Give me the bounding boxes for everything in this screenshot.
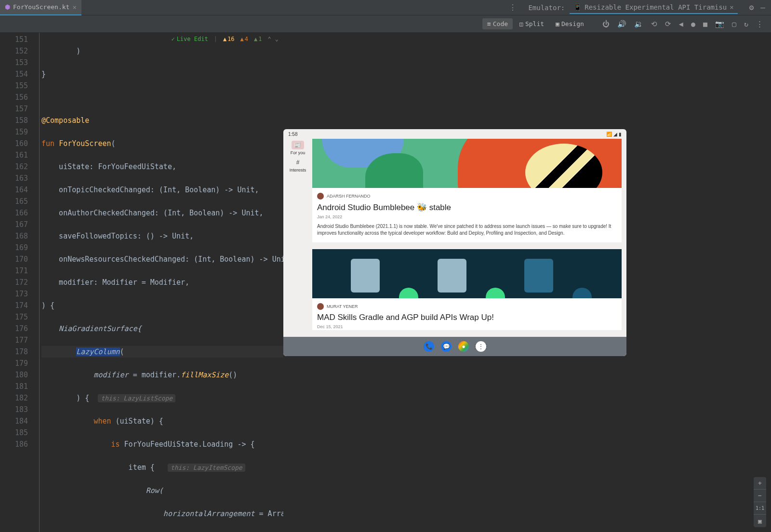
- zoom-controls: + − 1:1 ▣: [754, 477, 766, 527]
- menu-icon[interactable]: ⋮: [503, 3, 522, 12]
- rotate-right-icon[interactable]: ⟳: [665, 20, 671, 28]
- code-content[interactable]: ) } @Composable fun ForYouScreen( uiStat…: [40, 33, 283, 532]
- emulator-header: Emulator: 📱 Resizable Experimental API T…: [522, 0, 743, 15]
- nav-item-interests[interactable]: # Interests: [290, 158, 306, 173]
- warn4-count: 4: [245, 36, 248, 42]
- code-area[interactable]: 1511521531541551561571581591601611621631…: [0, 33, 283, 532]
- more-icon[interactable]: ⋮: [756, 20, 763, 28]
- zoom-ratio-button[interactable]: 1:1: [754, 502, 766, 515]
- card-author: MURAT YENER: [327, 304, 358, 309]
- stop-icon[interactable]: ■: [703, 20, 707, 28]
- warning-orange-badge[interactable]: ▲ 4: [240, 36, 248, 42]
- reload-icon[interactable]: ↻: [744, 20, 748, 28]
- fold-gutter: [33, 33, 40, 532]
- phone-app-icon[interactable]: 📞: [424, 341, 434, 352]
- display-icon[interactable]: ▢: [732, 20, 736, 28]
- card-title: MAD Skills Gradle and AGP build APIs Wra…: [312, 312, 622, 323]
- feed-card[interactable]: MURAT YENER MAD Skills Gradle and AGP bu…: [312, 249, 622, 330]
- minimize-icon[interactable]: —: [760, 3, 765, 12]
- editor-pane: ✓ Live Edit | ▲ 16 ▲ 4 ▲ 1 ⌃ ⌄ 151152153…: [0, 33, 283, 532]
- avatar: [317, 303, 324, 310]
- live-edit-indicator[interactable]: ✓ Live Edit: [171, 36, 208, 42]
- view-mode-tabs: ≡ Code ◫ Split ▣ Design: [0, 15, 595, 32]
- view-tab-split[interactable]: ◫ Split: [515, 18, 549, 29]
- live-edit-label: Live Edit: [177, 36, 208, 42]
- foryou-icon: 📰: [292, 141, 304, 149]
- card-hero-image: [312, 139, 622, 188]
- warning-green-badge[interactable]: ▲ 1: [254, 36, 262, 42]
- zoom-fit-button[interactable]: ▣: [754, 515, 766, 527]
- power-icon[interactable]: ⏻: [602, 20, 610, 28]
- emulator-toolbar: ⏻ 🔊 🔉 ⟲ ⟳ ◀ ● ■ 📷 ▢ ↻ ⋮: [595, 15, 771, 32]
- prev-highlight-icon[interactable]: ⌃: [268, 36, 271, 42]
- gear-icon[interactable]: ⚙: [749, 3, 754, 12]
- line-gutter: 1511521531541551561571581591601611621631…: [0, 33, 33, 532]
- view-tab-code-label: Code: [493, 20, 508, 27]
- device-screen[interactable]: 1:58 📶 ◢ ▮ 📰 For you # Interests: [283, 129, 626, 356]
- messages-app-icon[interactable]: 💬: [441, 341, 452, 352]
- interests-icon: #: [292, 158, 304, 167]
- card-author-row: MURAT YENER: [312, 298, 622, 312]
- back-icon[interactable]: ◀: [679, 20, 683, 28]
- status-time: 1:58: [288, 132, 297, 137]
- zoom-out-button[interactable]: −: [754, 490, 766, 502]
- warn16-count: 16: [227, 36, 234, 42]
- volume-down-icon[interactable]: 🔉: [634, 20, 643, 28]
- warning-yellow-badge[interactable]: ▲ 16: [223, 36, 235, 42]
- warn1-count: 1: [258, 36, 262, 42]
- volume-up-icon[interactable]: 🔊: [617, 20, 626, 28]
- screenshot-icon[interactable]: 📷: [715, 20, 724, 28]
- emulator-device-tab[interactable]: 📱 Resizable Experimental API Tiramisu ×: [570, 1, 737, 14]
- next-highlight-icon[interactable]: ⌄: [275, 36, 279, 42]
- avatar: [317, 193, 324, 200]
- nav-item-foryou[interactable]: 📰 For you: [291, 141, 306, 155]
- zoom-in-button[interactable]: +: [754, 477, 766, 490]
- view-tab-split-label: Split: [525, 20, 544, 27]
- split-icon: ◫: [519, 20, 523, 27]
- inspection-nav: ⌃ ⌄: [268, 36, 279, 42]
- chrome-app-icon[interactable]: ●: [458, 341, 469, 352]
- device-icon: 📱: [573, 3, 582, 11]
- status-icons: 📶 ◢ ▮: [606, 132, 622, 137]
- emulator-device-name: Resizable Experimental API Tiramisu: [585, 3, 727, 11]
- app-dock: 📞 💬 ● ⋮⋮⋮: [283, 337, 626, 356]
- feed-card[interactable]: ADARSH FERNANDO Android Studio Bumblebee…: [312, 139, 622, 242]
- card-hero-image: [312, 249, 622, 298]
- rotate-left-icon[interactable]: ⟲: [651, 20, 657, 28]
- card-date: Jan 24, 2022: [312, 213, 622, 220]
- nav-foryou-label: For you: [291, 150, 306, 155]
- close-icon[interactable]: ×: [72, 3, 76, 11]
- top-bar: ⬢ ForYouScreen.kt × ⋮ Emulator: 📱 Resiza…: [0, 0, 771, 15]
- kotlin-file-icon: ⬢: [5, 3, 10, 11]
- main-split: ✓ Live Edit | ▲ 16 ▲ 4 ▲ 1 ⌃ ⌄ 151152153…: [0, 33, 771, 532]
- toolbar-row: ≡ Code ◫ Split ▣ Design ⏻ 🔊 🔉 ⟲ ⟳ ◀ ● ■ …: [0, 15, 771, 33]
- card-author: ADARSH FERNANDO: [327, 194, 371, 199]
- card-date: Dec 15, 2021: [312, 323, 622, 330]
- view-tab-design[interactable]: ▣ Design: [551, 18, 589, 29]
- emulator-label: Emulator:: [528, 4, 565, 12]
- nav-rail: 📰 For you # Interests: [283, 139, 312, 337]
- file-tab-foryou[interactable]: ⬢ ForYouScreen.kt ×: [0, 0, 81, 15]
- inspections-bar: ✓ Live Edit | ▲ 16 ▲ 4 ▲ 1 ⌃ ⌄: [171, 36, 279, 42]
- app-body: 📰 For you # Interests: [283, 139, 626, 337]
- card-description: Android Studio Bumblebee (2021.1.1) is n…: [312, 220, 622, 242]
- nav-interests-label: Interests: [290, 168, 306, 173]
- record-icon[interactable]: ●: [691, 20, 695, 28]
- status-bar: 1:58 📶 ◢ ▮: [283, 129, 626, 139]
- close-icon[interactable]: ×: [730, 3, 733, 11]
- apps-drawer-icon[interactable]: ⋮⋮⋮: [476, 341, 486, 352]
- card-author-row: ADARSH FERNANDO: [312, 188, 622, 201]
- view-tab-design-label: Design: [561, 20, 584, 27]
- code-icon: ≡: [487, 20, 491, 27]
- file-tab-label: ForYouScreen.kt: [13, 3, 69, 11]
- card-title: Android Studio Bumblebee 🐝 stable: [312, 201, 622, 213]
- file-tabs: ⬢ ForYouScreen.kt × ⋮: [0, 0, 522, 15]
- feed[interactable]: ADARSH FERNANDO Android Studio Bumblebee…: [312, 139, 626, 337]
- view-tab-code[interactable]: ≡ Code: [482, 18, 513, 29]
- design-icon: ▣: [556, 20, 559, 27]
- window-controls: ⚙ —: [744, 0, 771, 15]
- emulator-pane: 1:58 📶 ◢ ▮ 📰 For you # Interests: [283, 33, 771, 532]
